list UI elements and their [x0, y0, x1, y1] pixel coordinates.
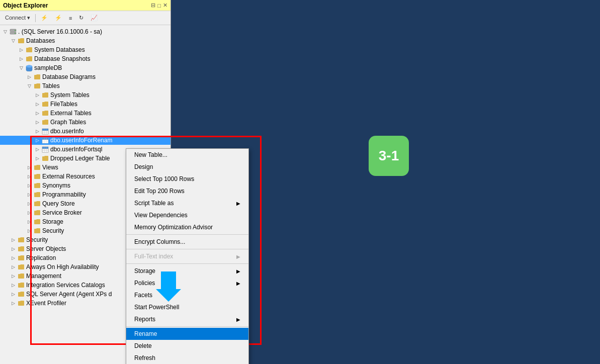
folder-icon: [33, 209, 41, 217]
ctx-storage[interactable]: Storage ▶: [126, 265, 248, 277]
tree-system-databases[interactable]: ▷ System Databases: [0, 45, 170, 54]
float-icon[interactable]: □: [157, 3, 161, 9]
submenu-arrow-icon: ▶: [236, 281, 240, 286]
submenu-arrow-icon: ▶: [236, 268, 240, 274]
server-label: . (SQL Server 16.0.1000.6 - sa): [18, 28, 102, 35]
new-query-button[interactable]: ⚡: [38, 13, 51, 23]
ctx-new-table[interactable]: New Table...: [126, 149, 248, 161]
expander-icon: ▷: [25, 210, 33, 215]
expander-icon: ▷: [25, 201, 33, 206]
tree-tables[interactable]: ▽ Tables: [0, 81, 170, 90]
synonyms-label: Synonyms: [42, 182, 70, 189]
folder-icon: [17, 245, 25, 253]
toolbar: Connect ▾ ⚡ ⚡ ≡ ↻ 📈: [0, 11, 170, 25]
db-snapshots-label: Database Snapshots: [34, 55, 90, 62]
storage-db-label: Storage: [42, 218, 63, 225]
ctx-rename[interactable]: Rename: [126, 328, 248, 340]
folder-icon: [33, 73, 41, 81]
tables-label: Tables: [42, 82, 60, 89]
expander-icon: ▷: [25, 219, 33, 224]
expander-icon: ▷: [33, 93, 41, 98]
panel-controls: ⊟ □ ✕: [151, 2, 167, 9]
tree-dbo-userinfoforrename[interactable]: ▷ dbo.userInfoForRenam: [0, 136, 170, 145]
ctx-select-top[interactable]: Select Top 1000 Rows: [126, 173, 248, 185]
expander-icon: ▽: [1, 29, 9, 34]
folder-icon: [33, 218, 41, 226]
ctx-script-table[interactable]: Script Table as ▶: [126, 197, 248, 209]
close-icon[interactable]: ✕: [163, 2, 167, 9]
pin-icon[interactable]: ⊟: [151, 2, 155, 9]
db-icon: [25, 64, 33, 72]
tree-external-tables[interactable]: ▷ External Tables: [0, 109, 170, 118]
ctx-view-deps-label: View Dependencies: [134, 212, 188, 219]
refresh-button[interactable]: ↻: [76, 13, 87, 23]
svg-rect-19: [42, 147, 48, 149]
filter-button[interactable]: ≡: [66, 14, 75, 23]
xevent-profiler-label: XEvent Profiler: [26, 300, 66, 307]
integration-services-label: Integration Services Catalogs: [26, 282, 105, 289]
ctx-view-deps[interactable]: View Dependencies: [126, 209, 248, 221]
security-db-label: Security: [42, 227, 64, 234]
tree-filetables[interactable]: ▷ FileTables: [0, 100, 170, 109]
dbo-userinfofortsql-label: dbo.userInfoFortsql: [50, 146, 102, 153]
expander-icon: ▷: [9, 255, 17, 260]
folder-icon: [33, 181, 41, 190]
folder-icon: [17, 281, 25, 289]
tree-system-tables[interactable]: ▷ System Tables: [0, 90, 170, 100]
ctx-start-powershell[interactable]: Start PowerShell: [126, 301, 248, 313]
step-badge: 3-1: [369, 136, 409, 176]
ctx-memory-opt[interactable]: Memory Optimization Advisor: [126, 221, 248, 233]
ctx-policies-label: Policies: [134, 280, 155, 287]
tree-server[interactable]: ▽ . (SQL Server 16.0.1000.6 - sa): [0, 27, 170, 36]
expander-icon: ▷: [25, 74, 33, 79]
submenu-arrow-icon: ▶: [236, 317, 240, 322]
tree-databases[interactable]: ▽ Databases: [0, 36, 170, 45]
expander-icon: ▷: [9, 301, 17, 306]
graph-tables-label: Graph Tables: [50, 119, 86, 126]
tree-db-snapshots[interactable]: ▷ Database Snapshots: [0, 54, 170, 63]
ctx-design-label: Design: [134, 163, 153, 170]
ctx-facets-label: Facets: [134, 292, 152, 299]
ctx-delete[interactable]: Delete: [126, 340, 248, 352]
svg-point-3: [15, 33, 16, 34]
expander-icon: ▷: [25, 183, 33, 188]
folder-icon: [33, 172, 41, 180]
ctx-reports[interactable]: Reports ▶: [126, 313, 248, 325]
ctx-new-table-label: New Table...: [134, 151, 167, 158]
ctx-edit-top-label: Edit Top 200 Rows: [134, 188, 185, 195]
folder-icon: [41, 154, 49, 162]
external-resources-label: External Resources: [42, 173, 95, 180]
ctx-facets[interactable]: Facets: [126, 289, 248, 301]
expander-icon: ▽: [17, 65, 25, 70]
ctx-encrypt-cols[interactable]: Encrypt Columns...: [126, 236, 248, 248]
ctx-edit-top[interactable]: Edit Top 200 Rows: [126, 185, 248, 197]
arrow-indicator: [156, 271, 181, 306]
tree-db-diagrams[interactable]: ▷ Database Diagrams: [0, 72, 170, 81]
db-diagrams-label: Database Diagrams: [42, 73, 96, 80]
folder-icon: [41, 109, 49, 117]
titlebar: Object Explorer ⊟ □ ✕: [0, 0, 170, 11]
folder-icon: [33, 227, 41, 235]
expander-icon: ▷: [17, 56, 25, 61]
tree-sampledb[interactable]: ▽ sampleDB: [0, 63, 170, 72]
server-objects-label: Server Objects: [26, 245, 66, 252]
activity-monitor-button[interactable]: ⚡: [52, 13, 65, 23]
table-icon: [41, 136, 49, 144]
svg-point-5: [26, 65, 32, 67]
ctx-design[interactable]: Design: [126, 161, 248, 173]
connect-button[interactable]: Connect ▾: [2, 13, 33, 23]
expander-icon: ▷: [9, 292, 17, 297]
tree-dbo-userinfo[interactable]: ▷ dbo.userInfo: [0, 127, 170, 136]
ctx-delete-label: Delete: [134, 342, 152, 349]
summary-button[interactable]: 📈: [88, 13, 101, 23]
expander-icon: ▷: [9, 237, 17, 242]
ctx-fulltext-index[interactable]: Full-Text index ▶: [126, 250, 248, 262]
separator-4: [126, 326, 248, 327]
tree-graph-tables[interactable]: ▷ Graph Tables: [0, 118, 170, 127]
folder-icon: [33, 200, 41, 208]
svg-rect-7: [42, 129, 48, 131]
folder-icon: [33, 82, 41, 90]
management-label: Management: [26, 272, 61, 280]
ctx-refresh[interactable]: Refresh: [126, 352, 248, 364]
ctx-policies[interactable]: Policies ▶: [126, 277, 248, 289]
